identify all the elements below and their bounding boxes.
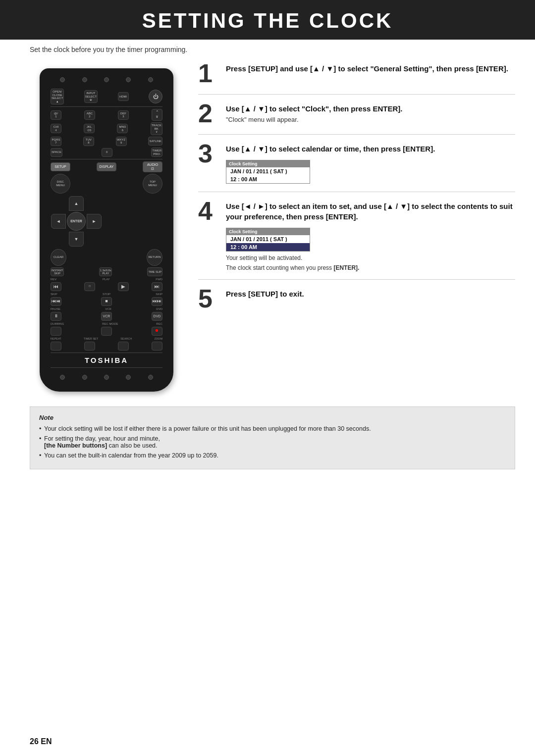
- setup-btn[interactable]: SETUP: [51, 162, 70, 171]
- page-header: SETTING THE CLOCK: [0, 0, 535, 40]
- steps-column: 1 Press [SETUP] and use [▲ / ▼] to selec…: [198, 63, 515, 392]
- return-btn[interactable]: RETURN: [147, 249, 162, 266]
- power-btn[interactable]: ⏻: [149, 90, 162, 103]
- recmode-btn[interactable]: [101, 327, 112, 336]
- instant-skip-btn[interactable]: INSTANTSKIP: [51, 267, 64, 276]
- skip-back-btn[interactable]: ⏮⏮: [51, 297, 61, 306]
- dvd-btn[interactable]: DVD: [152, 312, 162, 321]
- display-btn[interactable]: DISPLAY: [97, 162, 116, 171]
- subtitle: Set the clock before you try the timer p…: [0, 40, 535, 53]
- clear-btn[interactable]: CLEAR: [51, 249, 66, 266]
- num-btn-wxyz[interactable]: WXYZ9: [116, 137, 127, 146]
- time-slip-btn[interactable]: TIME SLIP: [147, 267, 162, 276]
- stop2-btn[interactable]: ■: [101, 297, 112, 306]
- step-2-number: 2: [198, 101, 219, 126]
- step-2-content: Use [▲ / ▼] to select "Clock", then pres…: [226, 103, 515, 123]
- num-btn-chi[interactable]: CHI4: [51, 124, 61, 133]
- dvd-label: DVD: [156, 307, 162, 310]
- menu-row: DISCMENU TOPMENU: [51, 174, 162, 194]
- page-number: 26 EN: [30, 737, 52, 746]
- clock-box-3-row2: 12 : 00 AM: [226, 175, 310, 183]
- num-row-4: SPACE 0 TIMERPRO-: [51, 148, 162, 157]
- fwd-label: FWD: [156, 278, 162, 281]
- satlink-btn[interactable]: SATLINK: [148, 137, 162, 146]
- num-btn-jkl[interactable]: JKL⊙5: [84, 124, 95, 133]
- dot: [126, 77, 131, 82]
- step-4-number: 4: [198, 198, 219, 224]
- remote-dots-bottom: [47, 373, 166, 382]
- pause-btn[interactable]: ⏸: [51, 312, 61, 321]
- skip-fwd-btn[interactable]: ⏭⏭: [152, 297, 162, 306]
- step-2: 2 Use [▲ / ▼] to select "Clock", then pr…: [198, 103, 515, 135]
- rec-btn[interactable]: ⏺: [152, 327, 162, 336]
- open-close-btn[interactable]: OPEN/CLOSESELECT▲: [51, 89, 64, 104]
- main-content: OPEN/CLOSESELECT▲ INPUTSELECT⬙ HDMI ⏻ @/…: [0, 53, 535, 392]
- toshiba-logo: TOSHIBA: [51, 356, 162, 364]
- nav-down-btn[interactable]: ▼: [69, 232, 84, 247]
- dubbing-btn[interactable]: [51, 327, 61, 336]
- dot: [148, 375, 153, 380]
- step-4-sub-note-1: Your setting will be activated.: [226, 254, 515, 261]
- num-btn-pqrs[interactable]: PQRS7: [51, 137, 61, 146]
- remote-control: OPEN/CLOSESELECT▲ INPUTSELECT⬙ HDMI ⏻ @/…: [40, 68, 173, 392]
- search-btn[interactable]: [118, 342, 129, 351]
- zoom-btn[interactable]: [152, 342, 162, 351]
- clock-box-3-title: Clock Setting: [226, 160, 310, 167]
- arrow-up-right-btn[interactable]: ⌃∨: [152, 109, 162, 121]
- note-title: Note: [39, 414, 506, 421]
- nav-left-btn[interactable]: ◄: [51, 214, 66, 229]
- step-1: 1 Press [SETUP] and use [▲ / ▼] to selec…: [198, 63, 515, 95]
- timer-prog-btn[interactable]: TIMERPRO-: [151, 148, 162, 157]
- space-btn[interactable]: SPACE: [51, 148, 62, 157]
- audio-btn[interactable]: AUDIO⊡: [143, 161, 162, 172]
- timerset-label: TIMER SET: [84, 337, 98, 340]
- rewind-btn[interactable]: ⏮: [51, 282, 61, 291]
- dubbing-label: DUBBING: [51, 322, 64, 325]
- bottom-btns: [51, 342, 162, 351]
- nav-up-btn[interactable]: ▲: [69, 196, 84, 211]
- clock-box-4-row1: JAN / 01 / 2011 ( SAT ): [226, 235, 310, 243]
- num-btn-abc[interactable]: ABC2: [84, 110, 95, 120]
- step-4: 4 Use [◄ / ►] to select an item to set, …: [198, 201, 515, 280]
- stop-label: STOP: [103, 293, 110, 296]
- disc-menu-btn[interactable]: DISCMENU: [51, 174, 70, 194]
- dot: [60, 375, 65, 380]
- top-btn-row: OPEN/CLOSESELECT▲ INPUTSELECT⬙ HDMI ⏻: [51, 89, 162, 104]
- dot: [82, 375, 87, 380]
- repeat-btn[interactable]: [51, 342, 61, 351]
- note-item-2: For setting the day, year, hour and minu…: [39, 435, 506, 449]
- step-2-note: "Clock" menu will appear.: [226, 116, 515, 123]
- step-2-title: Use [▲ / ▼] to select "Clock", then pres…: [226, 103, 515, 114]
- dot: [82, 77, 87, 82]
- nav-enter-btn[interactable]: ENTER: [67, 212, 86, 231]
- clear-return-row: CLEAR RETURN: [51, 249, 162, 266]
- remote-column: OPEN/CLOSESELECT▲ INPUTSELECT⬙ HDMI ⏻ @/…: [30, 63, 183, 392]
- skip-stop-btns: ⏮⏮ ■ ⏭⏭: [51, 297, 162, 306]
- num-btn-def[interactable]: DEF3: [118, 110, 129, 120]
- vcr-btn[interactable]: VCR: [101, 312, 112, 321]
- num-btn-at[interactable]: @/1: [51, 110, 61, 120]
- dot: [148, 77, 153, 82]
- step-1-content: Press [SETUP] and use [▲ / ▼] to select …: [226, 63, 515, 76]
- skip-row: INSTANTSKIP 1.3x/0.8xPLAY TIME SLIP: [51, 267, 162, 276]
- play-btn[interactable]: ▶: [118, 282, 129, 291]
- speed-play-btn[interactable]: 1.3x/0.8xPLAY: [99, 267, 112, 276]
- ff-btn[interactable]: ⏭: [152, 282, 162, 291]
- num-row-2: CHI4 JKL⊙5 MNO6 TRACKBK∨: [51, 122, 162, 135]
- num-btn-0[interactable]: 0: [102, 148, 112, 157]
- step-5-content: Press [SETUP] to exit.: [226, 289, 515, 301]
- rev-label: REV: [51, 278, 56, 281]
- trackback-btn[interactable]: TRACKBK∨: [151, 122, 162, 135]
- hdmi-btn[interactable]: HDMI: [118, 92, 129, 101]
- top-menu-btn[interactable]: TOPMENU: [143, 174, 162, 194]
- input-btn[interactable]: INPUTSELECT⬙: [84, 90, 98, 103]
- num-btn-tuv[interactable]: TUV8: [83, 137, 94, 146]
- timerset-btn[interactable]: [84, 342, 95, 351]
- stop-btn[interactable]: ○: [84, 282, 95, 291]
- step-5: 5 Press [SETUP] to exit.: [198, 289, 515, 319]
- dot: [104, 77, 109, 82]
- note-item-1: Your clock setting will be lost if eithe…: [39, 425, 506, 432]
- nav-cross: ▲ ◄ ENTER ► ▼: [51, 196, 162, 247]
- nav-right-btn[interactable]: ►: [87, 214, 102, 229]
- num-btn-mno[interactable]: MNO6: [117, 124, 128, 133]
